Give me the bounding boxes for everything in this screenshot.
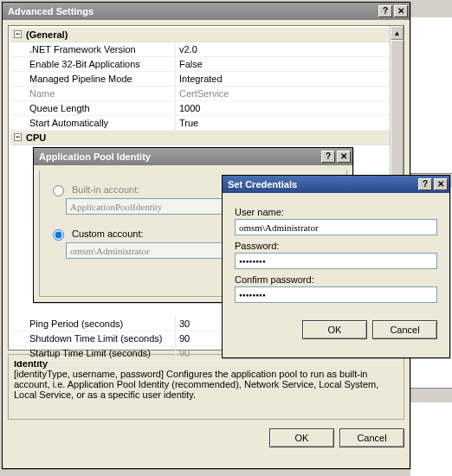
identity-title: Application Pool Identity (39, 151, 320, 162)
ok-button[interactable]: OK (269, 428, 334, 447)
builtin-account-field (66, 198, 239, 215)
grid-row: Managed Pipeline ModeIntegrated (10, 72, 402, 87)
password-input[interactable] (235, 253, 437, 269)
help-button[interactable]: ? (378, 5, 392, 17)
identity-titlebar[interactable]: Application Pool Identity ? ✕ (34, 148, 352, 165)
close-button[interactable]: ✕ (394, 5, 408, 17)
description-body: [identityType, username, password] Confi… (14, 369, 398, 400)
close-button[interactable]: ✕ (337, 151, 351, 163)
grid-value: CertService (175, 87, 402, 100)
grid-label: Start Automatically (10, 116, 175, 130)
credentials-buttons: OK Cancel (235, 315, 437, 339)
close-button[interactable]: ✕ (434, 178, 448, 190)
background-divider (410, 388, 452, 403)
grid-label: .NET Framework Version (10, 42, 175, 56)
custom-account-radio[interactable] (53, 229, 64, 241)
username-label: User name: (235, 207, 437, 217)
category-cpu[interactable]: − CPU (10, 131, 402, 145)
collapse-icon[interactable]: − (14, 30, 22, 38)
builtin-account-radio[interactable] (53, 185, 64, 196)
help-button[interactable]: ? (418, 178, 432, 190)
grid-row: .NET Framework Versionv2.0 (10, 42, 402, 57)
username-input[interactable] (235, 219, 437, 235)
credentials-titlebar[interactable]: Set Credentials ? ✕ (223, 176, 449, 193)
collapse-icon[interactable]: − (14, 133, 22, 141)
grid-row: Enable 32-Bit ApplicationsFalse (10, 57, 402, 72)
grid-value[interactable]: False (175, 57, 402, 71)
grid-label: Queue Length (10, 101, 175, 115)
credentials-title: Set Credentials (228, 179, 416, 190)
custom-account-label: Custom account: (72, 228, 144, 239)
advanced-settings-title: Advanced Settings (8, 6, 377, 16)
grid-label: Ping Period (seconds) (10, 317, 175, 331)
grid-value[interactable]: 1000 (175, 101, 402, 115)
password-label: Password: (235, 241, 437, 251)
category-cpu-label: CPU (26, 132, 46, 143)
grid-row: NameCertService (10, 87, 402, 101)
builtin-account-label: Built-in account: (72, 184, 139, 195)
cancel-button[interactable]: Cancel (372, 320, 437, 339)
confirm-password-label: Confirm password: (235, 274, 437, 285)
set-credentials-dialog: Set Credentials ? ✕ User name: Password:… (222, 175, 450, 358)
category-general-label: (General) (26, 29, 68, 40)
grid-value[interactable]: True (175, 116, 402, 130)
ok-button[interactable]: OK (302, 320, 367, 339)
description-pane: Identity [identityType, username, passwo… (8, 354, 404, 420)
grid-label: Managed Pipeline Mode (10, 72, 175, 86)
help-button[interactable]: ? (321, 151, 335, 163)
category-general[interactable]: − (General) (10, 28, 402, 42)
grid-label: Shutdown Time Limit (seconds) (10, 331, 175, 345)
grid-row: Queue Length1000 (10, 101, 402, 116)
credentials-body: User name: Password: Confirm password: O… (223, 193, 449, 348)
cancel-button[interactable]: Cancel (339, 428, 404, 447)
scroll-up-icon[interactable]: ▲ (391, 26, 404, 40)
grid-value[interactable]: Integrated (175, 72, 402, 86)
confirm-password-input[interactable] (235, 286, 437, 303)
advanced-settings-titlebar[interactable]: Advanced Settings ? ✕ (3, 3, 410, 20)
custom-account-field (66, 242, 239, 259)
grid-row: Start AutomaticallyTrue (10, 116, 402, 131)
grid-label: Startup Time Limit (seconds) (10, 346, 175, 360)
grid-label: Enable 32-Bit Applications (10, 57, 175, 71)
advanced-dialog-buttons: OK Cancel (8, 423, 404, 447)
grid-label: Name (10, 87, 175, 100)
grid-value[interactable]: v2.0 (175, 42, 402, 56)
